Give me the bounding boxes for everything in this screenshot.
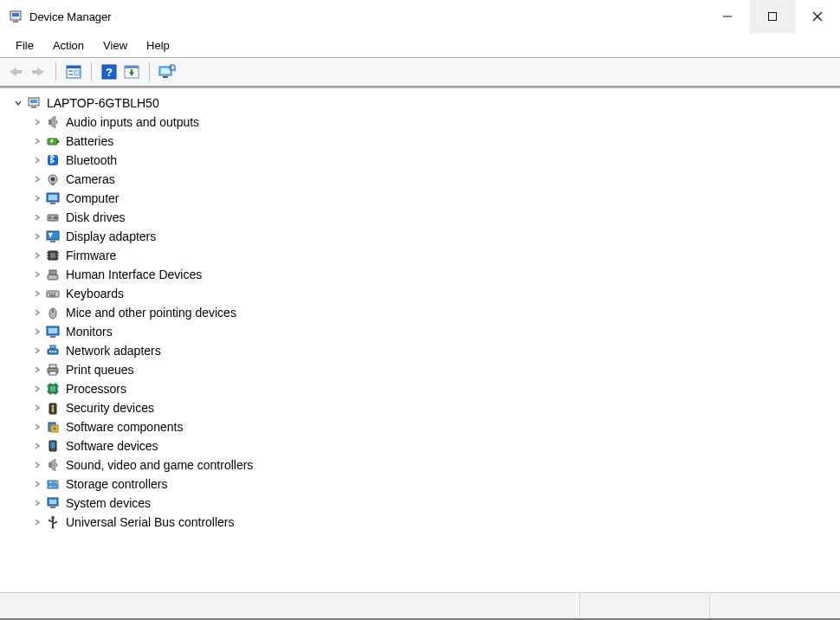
- device-tree[interactable]: LAPTOP-6GTBLH50 Audio inputs and outputs…: [0, 88, 840, 582]
- monitor-icon: [45, 191, 61, 206]
- chevron-right-icon[interactable]: [31, 287, 43, 300]
- chevron-right-icon[interactable]: [31, 326, 43, 338]
- svg-rect-14: [68, 74, 73, 75]
- chevron-right-icon[interactable]: [31, 478, 43, 490]
- tree-item[interactable]: Batteries: [3, 132, 837, 151]
- chevron-right-icon[interactable]: [31, 345, 43, 357]
- tree-item[interactable]: Human Interface Devices: [3, 265, 837, 284]
- tree-item-label: Software components: [66, 420, 183, 434]
- menu-file[interactable]: File: [7, 36, 42, 55]
- chevron-down-icon[interactable]: [12, 97, 24, 109]
- toolbar-divider: [55, 62, 56, 81]
- swdev-icon: [45, 438, 61, 454]
- help-button[interactable]: ?: [99, 61, 120, 82]
- properties-button[interactable]: [157, 61, 178, 82]
- chevron-right-icon[interactable]: [31, 516, 43, 528]
- scan-hardware-button[interactable]: [121, 61, 142, 82]
- svg-rect-28: [30, 100, 37, 103]
- svg-marker-9: [37, 68, 44, 76]
- tree-item[interactable]: Universal Serial Bus controllers: [3, 513, 837, 532]
- show-hide-tree-button[interactable]: [63, 61, 84, 82]
- chevron-right-icon[interactable]: [31, 497, 43, 509]
- tree-item[interactable]: Firmware: [3, 246, 837, 265]
- tree-item[interactable]: System devices: [3, 494, 837, 513]
- toolbar: ?: [0, 58, 840, 86]
- svg-rect-29: [31, 107, 36, 108]
- tree-item[interactable]: Print queues: [3, 360, 837, 379]
- chevron-right-icon[interactable]: [31, 421, 43, 433]
- chevron-right-icon[interactable]: [31, 459, 43, 471]
- tree-item-label: Display adapters: [66, 229, 156, 243]
- close-button[interactable]: [795, 0, 840, 33]
- svg-rect-2: [13, 21, 18, 23]
- chevron-right-icon[interactable]: [31, 135, 43, 147]
- tree-item-label: Network adapters: [66, 344, 161, 358]
- tree-item-label: Monitors: [66, 325, 113, 339]
- nav-back-button[interactable]: [5, 61, 26, 82]
- tree-item-label: Storage controllers: [66, 477, 168, 491]
- tree-item[interactable]: Display adapters: [3, 227, 837, 246]
- chevron-right-icon[interactable]: [31, 192, 43, 204]
- svg-line-26: [174, 69, 176, 71]
- menu-action[interactable]: Action: [44, 36, 93, 55]
- tree-item[interactable]: Security devices: [3, 398, 837, 417]
- tree-item[interactable]: Software devices: [3, 436, 837, 455]
- tree-item[interactable]: Disk drives: [3, 208, 837, 227]
- chevron-right-icon[interactable]: [31, 249, 43, 262]
- tree-item-label: Bluetooth: [66, 153, 117, 167]
- statusbar: [0, 592, 840, 618]
- tree-item[interactable]: Keyboards: [3, 284, 837, 303]
- usb-icon: [45, 514, 61, 530]
- chevron-right-icon[interactable]: [31, 364, 43, 376]
- tree-item-label: Software devices: [66, 439, 158, 453]
- tree-item-label: Mice and other pointing devices: [66, 306, 236, 320]
- titlebar: Device Manager: [0, 0, 840, 33]
- chevron-right-icon[interactable]: [31, 211, 43, 223]
- tree-item[interactable]: Mice and other pointing devices: [3, 303, 837, 322]
- menu-view[interactable]: View: [94, 36, 136, 55]
- tree-item[interactable]: Sound, video and game controllers: [3, 455, 837, 475]
- nav-forward-button[interactable]: [28, 61, 48, 82]
- hid-icon: [45, 267, 61, 282]
- chevron-right-icon[interactable]: [31, 173, 43, 185]
- tree-item[interactable]: Processors: [3, 379, 837, 398]
- tree-item[interactable]: Computer: [3, 189, 837, 208]
- chevron-right-icon[interactable]: [31, 116, 43, 128]
- svg-rect-12: [67, 66, 81, 68]
- chevron-right-icon[interactable]: [31, 440, 43, 452]
- system-icon: [45, 495, 61, 511]
- toolbar-divider: [149, 62, 150, 81]
- tree-item[interactable]: Software components: [3, 417, 837, 436]
- menubar: File Action View Help: [0, 33, 840, 57]
- chevron-right-icon[interactable]: [31, 230, 43, 242]
- monitor-icon: [45, 324, 61, 339]
- maximize-button[interactable]: [750, 0, 795, 33]
- menu-help[interactable]: Help: [138, 36, 178, 55]
- mouse-icon: [45, 305, 61, 320]
- svg-rect-4: [769, 13, 777, 21]
- tree-item[interactable]: Bluetooth: [3, 151, 837, 170]
- network-icon: [45, 343, 61, 358]
- chevron-right-icon[interactable]: [31, 402, 43, 414]
- minimize-button[interactable]: [705, 0, 750, 33]
- svg-marker-7: [10, 68, 16, 76]
- tree-item-label: Cameras: [66, 172, 115, 186]
- tree-item[interactable]: Audio inputs and outputs: [3, 113, 837, 132]
- tree-item[interactable]: Cameras: [3, 170, 837, 189]
- tree-root[interactable]: LAPTOP-6GTBLH50: [3, 94, 837, 113]
- printer-icon: [45, 362, 61, 378]
- tree-item-label: Universal Serial Bus controllers: [66, 515, 235, 529]
- tree-item[interactable]: Network adapters: [3, 341, 837, 360]
- tree-item[interactable]: Monitors: [3, 322, 837, 341]
- chevron-right-icon[interactable]: [31, 383, 43, 395]
- tree-item-label: Keyboards: [66, 287, 124, 300]
- storage-icon: [45, 476, 61, 492]
- svg-rect-24: [163, 76, 168, 78]
- app-icon: [9, 10, 23, 23]
- computer-icon: [26, 95, 42, 111]
- tree-item[interactable]: Storage controllers: [3, 475, 837, 494]
- chevron-right-icon[interactable]: [31, 268, 43, 281]
- svg-rect-19: [125, 66, 139, 68]
- chevron-right-icon[interactable]: [31, 307, 43, 319]
- chevron-right-icon[interactable]: [31, 154, 43, 166]
